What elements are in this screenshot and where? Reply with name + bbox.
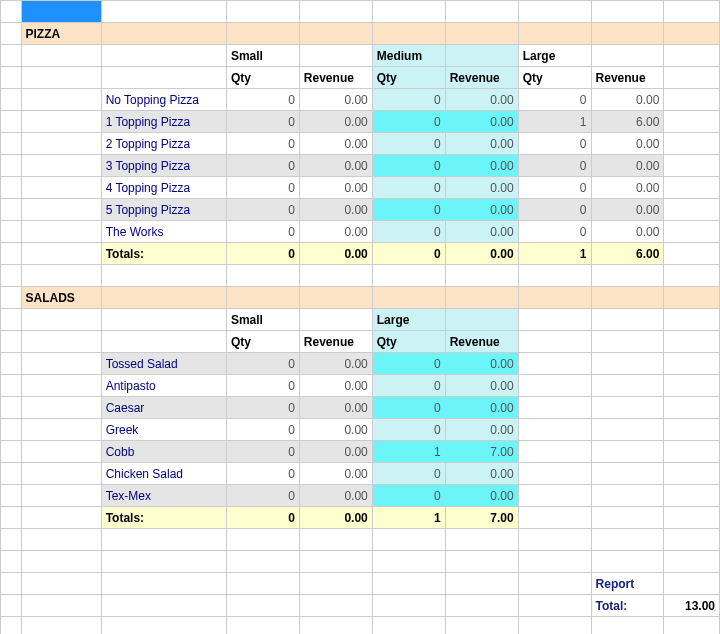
- qty-cell[interactable]: 0: [226, 155, 299, 177]
- cell[interactable]: [518, 1, 591, 23]
- cell[interactable]: [591, 463, 664, 485]
- rev-cell[interactable]: 0.00: [445, 375, 518, 397]
- cell[interactable]: [226, 595, 299, 617]
- cell[interactable]: [664, 221, 720, 243]
- cell[interactable]: [664, 463, 720, 485]
- cell[interactable]: [101, 551, 226, 573]
- qty-cell[interactable]: 0: [372, 221, 445, 243]
- cell[interactable]: [591, 1, 664, 23]
- cell[interactable]: [664, 45, 720, 67]
- cell[interactable]: [445, 1, 518, 23]
- qty-cell[interactable]: 0: [372, 375, 445, 397]
- qty-cell[interactable]: 1: [372, 441, 445, 463]
- qty-cell[interactable]: 0: [518, 89, 591, 111]
- cell[interactable]: [372, 1, 445, 23]
- qty-cell[interactable]: 0: [372, 177, 445, 199]
- qty-cell[interactable]: 0: [372, 155, 445, 177]
- cell[interactable]: [21, 507, 101, 529]
- cell[interactable]: [518, 331, 591, 353]
- rev-cell[interactable]: 0.00: [299, 177, 372, 199]
- rev-cell[interactable]: 0.00: [299, 155, 372, 177]
- rev-cell[interactable]: 0.00: [591, 155, 664, 177]
- rev-cell[interactable]: 0.00: [299, 397, 372, 419]
- cell[interactable]: [21, 463, 101, 485]
- rev-cell[interactable]: 0.00: [445, 485, 518, 507]
- cell[interactable]: [664, 265, 720, 287]
- cell[interactable]: [226, 529, 299, 551]
- cell[interactable]: [445, 573, 518, 595]
- cell[interactable]: [591, 617, 664, 635]
- qty-cell[interactable]: 0: [518, 177, 591, 199]
- qty-cell[interactable]: 0: [226, 199, 299, 221]
- cell[interactable]: [101, 265, 226, 287]
- cell[interactable]: [664, 155, 720, 177]
- qty-cell[interactable]: 0: [226, 221, 299, 243]
- rev-cell[interactable]: 0.00: [445, 419, 518, 441]
- cell[interactable]: [664, 375, 720, 397]
- qty-cell[interactable]: 0: [372, 419, 445, 441]
- cell[interactable]: [21, 265, 101, 287]
- cell[interactable]: [664, 133, 720, 155]
- cell[interactable]: [591, 419, 664, 441]
- cell[interactable]: [664, 617, 720, 635]
- rev-cell[interactable]: 0.00: [445, 177, 518, 199]
- cell[interactable]: [21, 45, 101, 67]
- rev-cell[interactable]: 7.00: [445, 441, 518, 463]
- cell[interactable]: [664, 573, 720, 595]
- rev-cell[interactable]: 6.00: [591, 111, 664, 133]
- cell[interactable]: [445, 595, 518, 617]
- cell[interactable]: [21, 375, 101, 397]
- cell[interactable]: [21, 89, 101, 111]
- cell[interactable]: [21, 397, 101, 419]
- cell[interactable]: [591, 551, 664, 573]
- cell[interactable]: [1, 265, 22, 287]
- cell[interactable]: [101, 45, 226, 67]
- cell[interactable]: [21, 353, 101, 375]
- cell[interactable]: [1, 529, 22, 551]
- cell[interactable]: [372, 617, 445, 635]
- qty-cell[interactable]: 0: [518, 155, 591, 177]
- qty-cell[interactable]: 0: [226, 89, 299, 111]
- cell[interactable]: [664, 397, 720, 419]
- cell[interactable]: [101, 67, 226, 89]
- cell[interactable]: [1, 551, 22, 573]
- cell[interactable]: [591, 485, 664, 507]
- cell[interactable]: [518, 353, 591, 375]
- cell[interactable]: [101, 595, 226, 617]
- cell[interactable]: [591, 507, 664, 529]
- cell[interactable]: [445, 309, 518, 331]
- cell[interactable]: [518, 485, 591, 507]
- cell[interactable]: [664, 67, 720, 89]
- qty-cell[interactable]: 0: [226, 441, 299, 463]
- cell[interactable]: [101, 573, 226, 595]
- rev-cell[interactable]: 0.00: [445, 397, 518, 419]
- rev-cell[interactable]: 0.00: [445, 133, 518, 155]
- cell[interactable]: [445, 45, 518, 67]
- rev-cell[interactable]: 0.00: [299, 133, 372, 155]
- rev-cell[interactable]: 0.00: [591, 177, 664, 199]
- cell[interactable]: [299, 309, 372, 331]
- rev-cell[interactable]: 0.00: [299, 375, 372, 397]
- cell[interactable]: [591, 375, 664, 397]
- cell[interactable]: [21, 221, 101, 243]
- qty-cell[interactable]: 0: [226, 485, 299, 507]
- cell[interactable]: [21, 111, 101, 133]
- cell[interactable]: [21, 331, 101, 353]
- cell[interactable]: [21, 485, 101, 507]
- rev-cell[interactable]: 0.00: [299, 441, 372, 463]
- qty-cell[interactable]: 0: [226, 133, 299, 155]
- cell[interactable]: [21, 551, 101, 573]
- cell[interactable]: [664, 199, 720, 221]
- cell[interactable]: [518, 617, 591, 635]
- cell[interactable]: [518, 375, 591, 397]
- cell[interactable]: [591, 309, 664, 331]
- cell[interactable]: [372, 573, 445, 595]
- cell[interactable]: [226, 617, 299, 635]
- qty-cell[interactable]: 0: [226, 419, 299, 441]
- qty-cell[interactable]: 0: [226, 111, 299, 133]
- cell[interactable]: [299, 265, 372, 287]
- rev-cell[interactable]: 0.00: [445, 463, 518, 485]
- cell[interactable]: [21, 133, 101, 155]
- rev-cell[interactable]: 0.00: [445, 155, 518, 177]
- spreadsheet-table[interactable]: PIZZASmallMediumLargeQtyRevenueQtyRevenu…: [0, 0, 720, 634]
